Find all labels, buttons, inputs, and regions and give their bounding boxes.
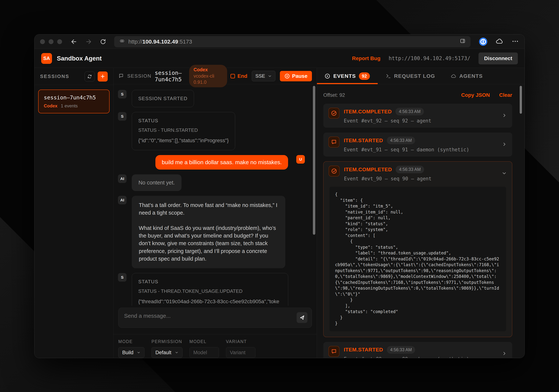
chat-bubble-icon [118,73,124,79]
event-payload-json: { "item": { "item_id": "itm_5", "native_… [329,187,506,331]
agent-version: vcodex-cli 0.91.0 [194,73,214,85]
model-input[interactable] [189,347,219,358]
avatar: AI [118,196,127,204]
event-card[interactable]: ITEM.STARTED 4:56:33 AM Event #evt_91 — … [323,133,512,157]
message-bubble: SESSION STARTED [132,90,194,107]
chevron-down-icon [137,351,140,354]
chat-scrollbar[interactable] [313,86,315,235]
url-host: 100.94.102.49 [142,38,178,45]
variant-input[interactable] [226,347,255,358]
assistant-message: AI No content yet. [118,174,305,191]
clear-button[interactable]: Clear [499,92,512,98]
avatar: AI [118,174,127,183]
assistant-message: AI That’s a tall order. To move fast and… [118,196,305,268]
avatar: S [118,112,127,121]
reader-panel-icon[interactable] [460,38,466,45]
window-controls [40,39,62,44]
user-message: build me a billion dollar saas. make no … [118,155,305,169]
chevron-right-icon [502,351,507,357]
session-id: session–7un4c7h5 [155,70,186,83]
desktop-background: http://100.94.102.49:5173 SA Sandbox Age… [0,0,559,392]
session-name: session–7un4c7h5 [44,94,104,101]
message-bubble: That’s a tall order. To move fast and “m… [132,196,285,268]
play-circle-icon [324,73,330,79]
tab-request-log[interactable]: REQUEST LOG [378,68,443,84]
stop-square-icon [231,74,235,78]
pause-circle-icon [284,73,290,79]
back-icon[interactable] [71,38,77,45]
events-scrollbar[interactable] [520,86,522,114]
event-description: Event #evt_91 — seq 91 — daemon (synthet… [344,147,497,152]
event-time: 4:56:33 AM [387,137,415,144]
url-scheme: http:// [128,38,142,45]
disconnect-button[interactable]: Disconnect [478,53,518,64]
agent-version-badge: Codex vcodex-cli 0.91.0 [189,65,227,87]
panel-tabs: EVENTS 92 REQUEST LOG AGENTS [317,68,524,84]
event-time: 4:56:33 AM [395,108,424,116]
sse-dropdown[interactable]: SSE [252,71,275,81]
message-bubble: STATUS STATUS - THREAD.TOKEN_USAGE.UPDAT… [132,273,288,306]
event-time: 4:56:33 AM [387,346,415,354]
event-type: ITEM.STARTED [344,347,383,353]
event-description: Event #evt_90 — seq 90 — agent [344,176,497,181]
message-input[interactable] [118,308,312,328]
end-session-button[interactable]: End [231,73,247,79]
window-close-button[interactable] [40,39,45,44]
event-type: ITEM.STARTED [344,138,383,143]
session-column: SESSION session–7un4c7h5 Codex vcodex-cl… [113,68,317,358]
mode-select[interactable]: Build [118,347,144,358]
window-minimize-button[interactable] [49,39,54,44]
avatar: S [118,273,127,282]
app-logo: SA [41,53,52,64]
message-square-icon [328,346,339,357]
event-description: Event #evt_89 — seq 89 — daemon (synthet… [344,356,497,358]
message-list[interactable]: S SESSION STARTED S STATUS STATUS - TURN… [113,84,317,306]
password-manager-icon[interactable] [479,38,487,46]
events-toolbar: Offset: 92 Copy JSON Clear [317,84,524,103]
event-card[interactable]: ITEM.STARTED 4:56:33 AM Event #evt_89 — … [323,342,512,358]
cloud-icon [451,73,456,79]
system-message: S SESSION STARTED [118,90,305,107]
refresh-sessions-button[interactable] [84,71,95,81]
browser-window: http://100.94.102.49:5173 SA Sandbox Age… [34,34,525,358]
sessions-title: SESSIONS [40,73,69,79]
session-agent-label: Codex [44,103,57,108]
agent-name: Codex [194,67,208,72]
model-label: MODEL [189,339,219,344]
message-bubble: build me a billion dollar saas. make no … [155,155,288,169]
send-icon [299,315,305,321]
tab-events[interactable]: EVENTS 92 [317,68,378,84]
window-zoom-button[interactable] [57,39,62,44]
session-label: SESSION [127,73,151,79]
report-bug-link[interactable]: Report Bug [352,55,380,62]
variant-label: VARIANT [226,339,255,344]
message-bubble: STATUS STATUS - TURN.STARTED {"id":"0","… [132,112,235,150]
address-bar[interactable]: http://100.94.102.49:5173 [114,36,470,47]
tab-agents[interactable]: AGENTS [443,68,491,84]
forward-icon[interactable] [85,38,92,45]
event-card-expanded[interactable]: ITEM.COMPLETED 4:56:33 AM Event #evt_90 … [323,161,512,337]
chevron-down-icon [175,351,178,354]
copy-json-button[interactable]: Copy JSON [461,92,490,98]
events-count-badge: 92 [359,72,370,80]
chevron-right-icon [502,113,507,119]
event-time: 4:56:33 AM [396,166,424,173]
pause-button[interactable]: Pause [280,71,312,81]
check-circle-icon [328,108,339,119]
event-card[interactable]: ITEM.COMPLETED 4:56:33 AM Event #evt_92 … [323,104,512,128]
send-button[interactable] [297,312,307,323]
events-panel: EVENTS 92 REQUEST LOG AGENTS Offset: 92 [317,68,524,358]
composer: MODE Build PERMISSION Default [113,306,317,358]
session-list-item[interactable]: session–7un4c7h5 Codex 1 events [38,89,110,113]
reload-icon[interactable] [100,38,106,45]
permission-label: PERMISSION [151,339,182,344]
cloud-sync-icon[interactable] [495,37,503,46]
new-session-button[interactable]: + [98,71,108,81]
overflow-menu-icon[interactable] [512,38,519,46]
app-header: SA Sandbox Agent Report Bug http://100.9… [35,49,524,68]
mode-label: MODE [118,339,144,344]
server-url: http://100.94.102.49:5173/ [389,55,470,62]
event-list[interactable]: ITEM.COMPLETED 4:56:33 AM Event #evt_92 … [317,103,524,358]
system-message: S STATUS STATUS - TURN.STARTED {"id":"0"… [118,112,305,150]
permission-select[interactable]: Default [151,347,182,358]
